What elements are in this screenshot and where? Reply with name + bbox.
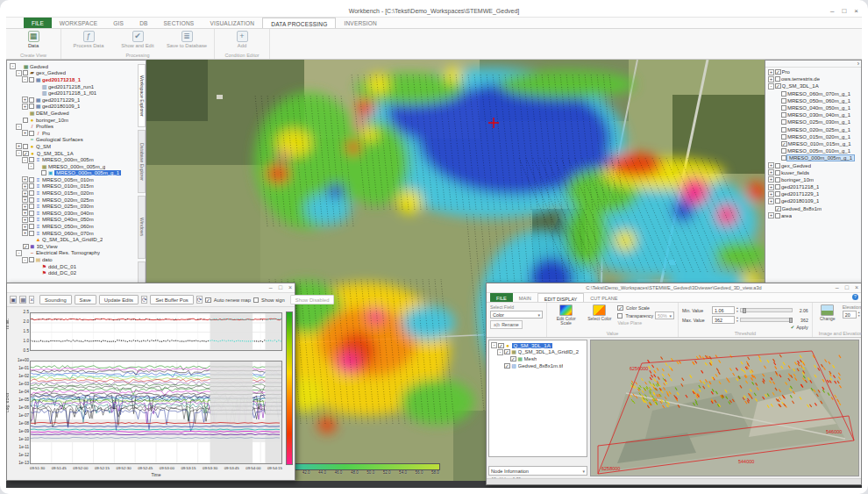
refresh-icon[interactable]: ⟳ (196, 296, 203, 304)
checkbox[interactable] (781, 112, 786, 118)
ribbon-tab-data-processing[interactable]: DATA PROCESSING (262, 18, 336, 28)
raw-data-plot[interactable] (30, 361, 282, 464)
checkbox[interactable] (775, 184, 780, 190)
expander-minus-icon[interactable]: - (16, 124, 22, 130)
expander-plus-icon[interactable]: + (22, 230, 28, 236)
data-button[interactable]: ▦Data (11, 31, 55, 52)
save-button[interactable]: Save (75, 295, 96, 304)
change-image-button[interactable]: Change (816, 304, 839, 321)
ribbon-tab-gis[interactable]: GIS (105, 18, 132, 28)
checkbox[interactable] (29, 131, 34, 136)
expander-minus-icon[interactable]: - (497, 349, 503, 355)
refresh-icon[interactable]: ⟳ (141, 296, 147, 304)
expander-plus-icon[interactable]: + (768, 76, 774, 82)
tree-item-mreso-005m-010m[interactable]: +≡MRESO_005m_010m (8, 176, 137, 183)
max-slider[interactable] (740, 318, 793, 322)
maximize-icon[interactable]: □ (845, 284, 849, 290)
expander-plus-icon[interactable]: + (768, 176, 774, 183)
expander-plus-icon[interactable]: + (768, 198, 774, 204)
viewer3d-tab-edit-display[interactable]: EDIT DISPLAY (537, 293, 584, 302)
checkbox[interactable]: ✓ (504, 349, 510, 354)
set-buffer-pos-button[interactable]: Set Buffer Pos (150, 295, 193, 304)
expander-plus-icon[interactable]: + (22, 183, 28, 190)
minimize-icon[interactable]: – (830, 7, 834, 15)
max-value-input[interactable]: 362 (712, 316, 735, 324)
tree-item-mreso-000m-005m[interactable]: -≡MRESO_000m_005m (8, 156, 137, 163)
expander-plus-icon[interactable]: + (22, 204, 28, 210)
checkbox[interactable] (23, 118, 28, 123)
minimize-icon[interactable]: – (269, 284, 273, 290)
expander-minus-icon[interactable]: - (16, 250, 22, 256)
close-icon[interactable]: × (855, 284, 858, 290)
checkbox[interactable] (29, 217, 34, 222)
tree-item-mreso-060m-070m-g-1[interactable]: MRESO_060m_070m_g_1 (766, 90, 860, 97)
select-color-button[interactable]: Select Color (584, 304, 615, 326)
expander-minus-icon[interactable]: - (22, 257, 28, 263)
tree-item-ged20171218-run1[interactable]: ▥ged20171218_run1 (8, 83, 137, 90)
checkbox[interactable] (29, 183, 34, 189)
grid-tool-icon[interactable]: ▦ (19, 296, 26, 304)
close-icon[interactable]: × (854, 7, 858, 15)
expander-plus-icon[interactable]: + (768, 169, 774, 175)
viewport-3d[interactable]: 62580006256000544000546000 (590, 340, 859, 476)
checkbox[interactable] (29, 224, 34, 229)
maximize-icon[interactable]: □ (279, 284, 282, 290)
checkbox[interactable]: ✓ (775, 206, 781, 211)
tree-item-geological-surfaces[interactable]: ≈Geological Surfaces (8, 137, 137, 144)
tree-item-mreso-060m-070m[interactable]: +≡MRESO_060m_070m (8, 230, 137, 237)
tree-item-mreso-025m-030m[interactable]: +≡MRESO_025m_030m (8, 203, 137, 210)
checkbox[interactable] (29, 157, 34, 162)
altitude-plot[interactable] (30, 312, 282, 351)
tree-item-mreso-000m-005m-g-1[interactable]: MRESO_000m_005m_g_1 (766, 154, 860, 161)
viewer3d-titlebar[interactable]: C:\Tekst\Demo_Workspaces\STEMWE_Gedved\3… (487, 283, 861, 293)
tree-item-ows-terrestris-de[interactable]: +ows.terrestris.de (766, 75, 860, 82)
tree-item-mreso-030m-040m-g-1[interactable]: MRESO_030m_040m_g_1 (766, 111, 860, 118)
expander-minus-icon[interactable]: - (16, 70, 22, 76)
checkbox[interactable]: ✓ (781, 141, 787, 147)
checkbox[interactable]: ✓ (498, 343, 504, 348)
tree-item-q-sm-3dl-1a[interactable]: -✓●Q_SM_3DL_1A (489, 342, 587, 349)
tree-item-area[interactable]: +area (766, 212, 860, 219)
expander-plus-icon[interactable]: + (22, 217, 28, 223)
expander-minus-icon[interactable]: - (491, 342, 497, 348)
process-data-button[interactable]: ƒProcess Data (67, 31, 110, 52)
elevation-input[interactable]: 20 (843, 311, 857, 319)
auto-renew-map-checkbox[interactable]: ✓Auto renew map (205, 297, 251, 303)
transparency-checkbox[interactable]: Transparency 50%▾ (617, 311, 674, 319)
checkbox[interactable] (781, 98, 786, 104)
value-plane-button[interactable]: Value Plane (617, 320, 642, 326)
tree-item-mreso-050m-060m[interactable]: +≡MRESO_050m_060m (8, 223, 137, 230)
expander-plus-icon[interactable]: + (768, 184, 774, 190)
tree-item-mreso-030m-040m[interactable]: +≡MRESO_030m_040m (8, 210, 137, 217)
checkbox[interactable] (781, 155, 786, 161)
checkbox[interactable] (781, 127, 786, 132)
tree-item-mreso-020m-025m-g-1[interactable]: MRESO_020m_025m_g_1 (766, 126, 860, 133)
tree-item-dato[interactable]: -▤dato (8, 256, 137, 263)
expander-plus-icon[interactable]: + (22, 176, 28, 183)
tree-item-ged20180109-1[interactable]: +▦ged20180109_1 (8, 104, 137, 111)
viewer3d-tab-file[interactable]: FILE (490, 293, 513, 302)
expander-plus-icon[interactable]: + (768, 69, 774, 75)
pin-icon[interactable]: ▣ (10, 296, 17, 304)
checkbox[interactable] (775, 198, 780, 204)
tree-item-ged20171218-1[interactable]: +ged20171218_1 (766, 183, 860, 190)
checkbox[interactable]: ✓ (23, 244, 29, 249)
checkbox[interactable] (775, 177, 780, 183)
checkbox[interactable] (23, 70, 28, 75)
tree-item-pro[interactable]: +/Pro (8, 130, 137, 137)
update-edits-button[interactable]: Update Edits (99, 295, 139, 304)
tree-item-mreso-020m-025m[interactable]: +≡MRESO_020m_025m (8, 197, 137, 204)
tree-item-q-sm[interactable]: +●Q_SM (8, 143, 137, 150)
checkbox[interactable] (23, 144, 28, 149)
checkbox[interactable] (781, 105, 786, 111)
expander-minus-icon[interactable]: - (10, 63, 16, 69)
min-spinner[interactable]: ▴▾ (736, 307, 738, 312)
tree-item-mreso-010m-015m[interactable]: +≡MRESO_010m_015m (8, 183, 137, 190)
add-button[interactable]: +Add (220, 31, 264, 52)
field-select[interactable]: Color▾ (490, 311, 543, 319)
expander-minus-icon[interactable]: - (28, 163, 34, 169)
delete-icon[interactable]: × (29, 296, 34, 304)
ribbon-tab-db[interactable]: DB (132, 18, 155, 28)
tree-item-ddd-dc-02[interactable]: ⚑ddd_DC_02 (8, 269, 137, 276)
tree-item-mesh[interactable]: ✓▦Mesh (489, 355, 587, 362)
